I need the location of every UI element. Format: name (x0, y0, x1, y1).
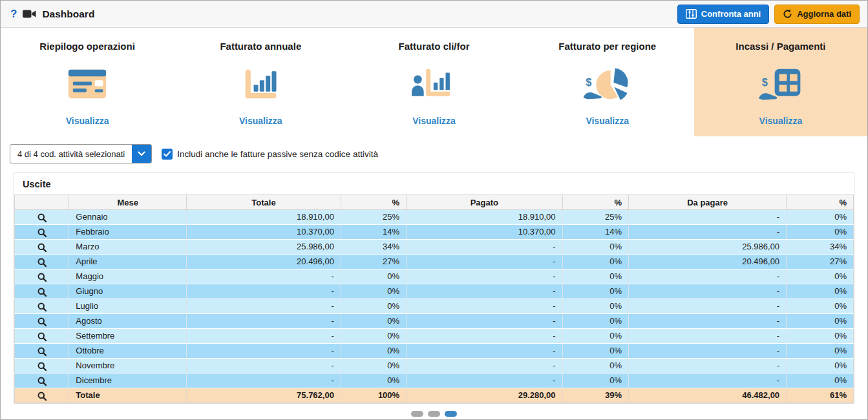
svg-text:$: $ (586, 76, 591, 88)
magnifier-icon[interactable] (37, 332, 47, 341)
cell-mese: Aprile (69, 255, 187, 269)
magnifier-icon[interactable] (37, 362, 47, 371)
cell-pagato: - (407, 329, 562, 344)
cell-pagato: 29.280,00 (407, 388, 562, 403)
checkbox-checked-icon[interactable] (162, 149, 173, 160)
magnifier-icon[interactable] (37, 317, 47, 326)
table-row: Dicembre-0%-0%-0% (15, 373, 854, 388)
table-row: Gennaio18.910,0025%18.910,0025%-0% (15, 210, 854, 225)
cell-detail (15, 225, 69, 240)
cell-detail (15, 210, 69, 225)
cell-da-pagare-pct: 61% (787, 388, 854, 403)
cell-pagato-pct: 0% (562, 373, 629, 388)
cell-mese: Gennaio (69, 210, 187, 225)
activity-codes-select[interactable]: 4 di 4 cod. attività selezionati (10, 144, 152, 163)
cell-totale: - (187, 359, 341, 373)
cell-totale-pct: 25% (341, 210, 406, 225)
cell-pagato: - (407, 240, 562, 255)
cell-totale-pct: 0% (341, 373, 406, 388)
cell-detail (15, 299, 69, 314)
carousel-dot-3[interactable] (445, 411, 457, 417)
col-header-: % (562, 195, 629, 210)
card-fatturato-annuale[interactable]: Fatturato annualeVisualizza (174, 28, 347, 136)
visualizza-link[interactable]: Visualizza (586, 116, 629, 126)
cell-da-pagare: - (629, 225, 787, 240)
magnifier-icon[interactable] (37, 288, 47, 297)
magnifier-icon[interactable] (37, 258, 47, 267)
cell-totale-pct: 34% (341, 240, 406, 255)
cell-totale: 25.986,00 (187, 240, 341, 255)
cell-totale: - (187, 314, 341, 329)
magnifier-icon[interactable] (37, 228, 47, 237)
cell-da-pagare-pct: 0% (787, 225, 854, 240)
cell-pagato-pct: 0% (562, 344, 629, 359)
visualizza-link[interactable]: Visualizza (759, 116, 803, 126)
cell-da-pagare: - (629, 284, 787, 299)
video-tutorial-icon[interactable] (23, 9, 36, 19)
compare-table-icon (686, 9, 697, 19)
cell-mese: Agosto (69, 314, 187, 329)
card-fatturato-per-regione[interactable]: Fatturato per regione$Visualizza (521, 28, 694, 136)
magnifier-icon[interactable] (37, 377, 47, 386)
table-row: Aprile20.496,0027%-0%20.496,0027% (15, 255, 854, 269)
include-passive-invoices-checkbox[interactable]: Includi anche le fatture passive senza c… (162, 149, 378, 160)
refresh-data-button[interactable]: Aggiorna dati (774, 5, 860, 24)
carousel-dot-2[interactable] (428, 411, 440, 417)
table-row: Giugno-0%-0%-0% (15, 284, 854, 299)
cell-pagato: - (407, 284, 562, 299)
cell-da-pagare-pct: 0% (787, 299, 854, 314)
visualizza-link[interactable]: Visualizza (412, 116, 456, 126)
svg-text:$: $ (762, 76, 768, 88)
help-icon[interactable]: ? (10, 8, 17, 21)
card-title: Fatturato per regione (558, 41, 656, 52)
cell-mese: Giugno (69, 284, 187, 299)
cell-detail (15, 269, 69, 284)
magnifier-icon[interactable] (37, 347, 47, 356)
refresh-data-label: Aggiorna dati (797, 9, 851, 19)
cell-pagato-pct: 0% (562, 284, 629, 299)
table-row: Settembre-0%-0%-0% (15, 329, 854, 344)
chevron-down-icon[interactable] (132, 145, 151, 163)
col-header-totale: Totale (187, 195, 341, 210)
magnifier-icon[interactable] (37, 392, 47, 401)
col-header-mese: Mese (69, 195, 187, 210)
col-header-da-pagare: Da pagare (629, 195, 787, 210)
cell-detail (15, 255, 69, 269)
cell-da-pagare: 20.496,00 (629, 255, 787, 269)
card-title: Riepilogo operazioni (39, 41, 135, 52)
cell-pagato: - (407, 344, 562, 359)
page-title: Dashboard (42, 8, 94, 20)
compare-years-button[interactable]: Confronta anni (677, 5, 769, 24)
card-incassi-pagamenti[interactable]: Incassi / Pagamenti$Visualizza (694, 28, 867, 136)
dashboard-cards: Riepilogo operazioniVisualizzaFatturato … (1, 28, 867, 136)
cell-da-pagare-pct: 27% (787, 255, 854, 269)
cell-totale-pct: 0% (341, 269, 406, 284)
cell-pagato-pct: 39% (562, 388, 629, 403)
card-fatturato-cli-for[interactable]: Fatturato cli/forVisualizza (347, 28, 520, 136)
cell-da-pagare-pct: 0% (787, 284, 854, 299)
refresh-icon (783, 9, 792, 19)
magnifier-icon[interactable] (37, 273, 47, 282)
carousel-dot-1[interactable] (411, 411, 423, 417)
col-header-icon (15, 195, 69, 210)
visualizza-link[interactable]: Visualizza (239, 116, 282, 126)
annual-bars-icon (235, 66, 286, 102)
cell-detail (15, 359, 69, 373)
topbar-left: ? Dashboard (10, 8, 94, 21)
cell-totale-pct: 0% (341, 359, 406, 373)
magnifier-icon[interactable] (37, 243, 47, 252)
cell-totale: - (187, 373, 341, 388)
table-row: Febbraio10.370,0014%10.370,0014%-0% (15, 225, 854, 240)
cell-totale: 20.496,00 (187, 255, 341, 269)
cell-totale-pct: 0% (341, 314, 406, 329)
magnifier-icon[interactable] (37, 213, 47, 222)
cell-pagato: - (407, 359, 562, 373)
visualizza-link[interactable]: Visualizza (66, 116, 109, 126)
magnifier-icon[interactable] (37, 302, 47, 311)
card-riepilogo-operazioni[interactable]: Riepilogo operazioniVisualizza (1, 28, 174, 136)
cell-pagato: - (407, 269, 562, 284)
summary-card-icon (62, 66, 112, 102)
cell-detail (15, 284, 69, 299)
col-header-: % (341, 195, 406, 210)
table-row: Marzo25.986,0034%-0%25.986,0034% (15, 240, 854, 255)
